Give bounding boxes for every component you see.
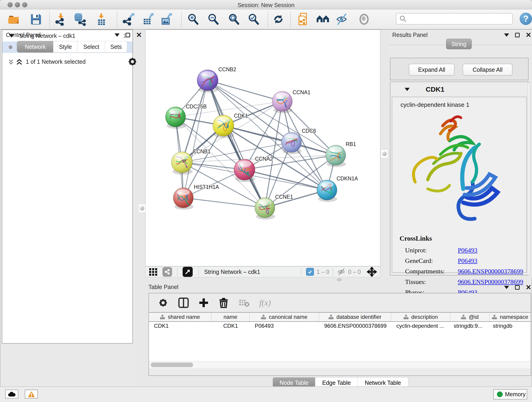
entry-header[interactable]: CDK1	[390, 82, 528, 97]
node-label: CDC6	[302, 128, 316, 134]
memory-button[interactable]: Memory	[493, 389, 527, 400]
selected-checkbox-icon[interactable]	[306, 268, 314, 276]
node-gloss	[285, 134, 298, 140]
cell-name[interactable]: CDK1	[211, 322, 250, 330]
tab-style[interactable]: Style	[53, 41, 78, 52]
open-session-button[interactable]	[7, 13, 21, 26]
import-network-file-button[interactable]	[54, 13, 67, 26]
results-scrollbar[interactable]	[528, 82, 530, 275]
cell-description[interactable]: cyclin-dependent ...	[391, 322, 450, 330]
network-list: String Network – cdk1 1 String Network –…	[2, 30, 133, 344]
panel-float-icon[interactable]	[126, 33, 130, 37]
export-image-button[interactable]	[160, 13, 173, 26]
column-header-shared-name[interactable]: shared name	[149, 313, 211, 321]
search-icon	[399, 15, 407, 23]
tab-label: Network	[25, 44, 46, 50]
tab-label: Edge Table	[322, 380, 351, 386]
table-toolbar: f(x)	[149, 293, 531, 312]
warnings-button[interactable]	[25, 390, 38, 399]
panel-float-icon[interactable]	[515, 33, 520, 37]
expand-all-button[interactable]: Expand All	[409, 64, 455, 76]
panel-float-icon[interactable]	[515, 285, 520, 290]
export-network-button[interactable]	[122, 13, 136, 26]
panel-collapse-icon[interactable]	[114, 33, 120, 37]
table-options-gear-icon[interactable]	[158, 298, 168, 308]
import-table-file-button[interactable]	[95, 13, 108, 26]
left-splitter-handle[interactable]	[138, 204, 146, 213]
warning-triangle-icon	[28, 391, 35, 397]
hide-selected-button[interactable]	[336, 13, 349, 26]
cell-id[interactable]: stringdb:9...	[450, 322, 490, 330]
cloud-status-button[interactable]	[5, 390, 18, 399]
column-header-description[interactable]: description	[391, 313, 450, 321]
zoom-selected-icon	[247, 13, 260, 26]
bottom-splitter-handle[interactable]	[337, 278, 342, 281]
tab-sets[interactable]: Sets	[105, 41, 127, 52]
new-network-from-selection-button[interactable]	[297, 13, 310, 26]
entry-collapse-icon[interactable]	[405, 88, 410, 91]
tab-network[interactable]: Network	[17, 41, 54, 52]
panel-close-icon[interactable]: ✕	[526, 285, 531, 290]
create-column-plus-icon[interactable]	[199, 298, 209, 307]
cloud-icon	[8, 391, 16, 397]
genecard-link[interactable]: P06493	[458, 257, 477, 264]
column-header-id[interactable]: @id	[450, 313, 490, 321]
tab-label: Select	[83, 44, 99, 50]
zoom-selected-button[interactable]	[247, 13, 260, 26]
tab-select[interactable]: Select	[77, 41, 105, 52]
save-session-button[interactable]	[29, 13, 43, 26]
search-input[interactable]	[409, 15, 512, 22]
show-all-button[interactable]	[357, 13, 371, 26]
cell-namespace[interactable]: stringdb	[490, 322, 531, 330]
selected-node-edge-counts: 1 – 0	[317, 269, 329, 275]
panel-close-icon[interactable]: ✕	[136, 33, 142, 37]
button-label: Expand All	[418, 66, 445, 73]
apply-layout-button[interactable]	[272, 13, 285, 26]
crosslink-label: Compartments:	[405, 266, 458, 277]
crosslink-row: GeneCard:P06493	[405, 255, 524, 266]
delete-column-trash-icon[interactable]	[219, 298, 229, 308]
zoom-fit-button[interactable]	[227, 13, 241, 26]
cell-database-identifier[interactable]: 9606.ENSP00000378699	[319, 322, 391, 330]
column-header-name[interactable]: name	[211, 313, 250, 321]
zoom-out-button[interactable]	[207, 13, 220, 26]
uniprot-link[interactable]: P06493	[458, 247, 477, 254]
node-label: CCNA2	[255, 156, 273, 162]
table-row[interactable]: CDK1 CDK1 P06493 9606.ENSP00000378699 cy…	[149, 322, 531, 330]
export-table-button[interactable]	[142, 13, 155, 26]
cell-shared-name[interactable]: CDK1	[149, 322, 211, 330]
entry-description: cyclin-dependent kinase 1	[400, 101, 469, 108]
first-neighbors-button[interactable]	[316, 13, 329, 26]
zoom-in-icon	[187, 13, 199, 26]
zoom-fit-icon	[228, 13, 240, 26]
table-hscrollbar[interactable]	[149, 361, 531, 368]
network-canvas[interactable]: CCNB2CCNA1CDC25BCDK1CDC6RB1CCNB1CCNA2CDK…	[145, 30, 380, 266]
node-gloss	[177, 189, 190, 195]
tab-string[interactable]: String	[446, 39, 472, 49]
network-options-gear-icon[interactable]	[128, 57, 137, 66]
hscrollbar-thumb[interactable]	[151, 363, 193, 367]
birdseye-view-icon[interactable]	[183, 267, 193, 277]
collapse-all-button[interactable]: Collapse All	[462, 64, 513, 76]
grid-view-icon[interactable]	[149, 268, 158, 276]
import-network-icon	[54, 13, 67, 26]
fit-crosshair-icon[interactable]	[367, 267, 377, 277]
panel-close-icon[interactable]: ✕	[526, 33, 531, 37]
network-edge[interactable]	[183, 198, 265, 208]
show-columns-icon[interactable]	[178, 298, 189, 308]
column-header-namespace[interactable]: namespace	[490, 313, 531, 321]
help-button[interactable]: ?	[520, 13, 532, 25]
network-badge-icon[interactable]	[162, 267, 172, 277]
panel-collapse-icon[interactable]	[504, 286, 509, 289]
right-splitter-handle[interactable]	[381, 149, 388, 158]
import-network-database-button[interactable]	[73, 13, 86, 26]
network-from-selection-icon	[297, 13, 310, 26]
column-header-canonical-name[interactable]: canonical name	[250, 313, 319, 321]
compartments-link[interactable]: 9606.ENSP00000378699	[458, 268, 523, 275]
zoom-in-button[interactable]	[186, 13, 200, 26]
panel-collapse-icon[interactable]	[504, 33, 509, 37]
column-header-database-identifier[interactable]: database identifier	[319, 313, 391, 321]
cell-canonical-name[interactable]: P06493	[250, 322, 319, 330]
toolbar-separator	[290, 11, 291, 27]
column-label: @id	[469, 314, 479, 320]
